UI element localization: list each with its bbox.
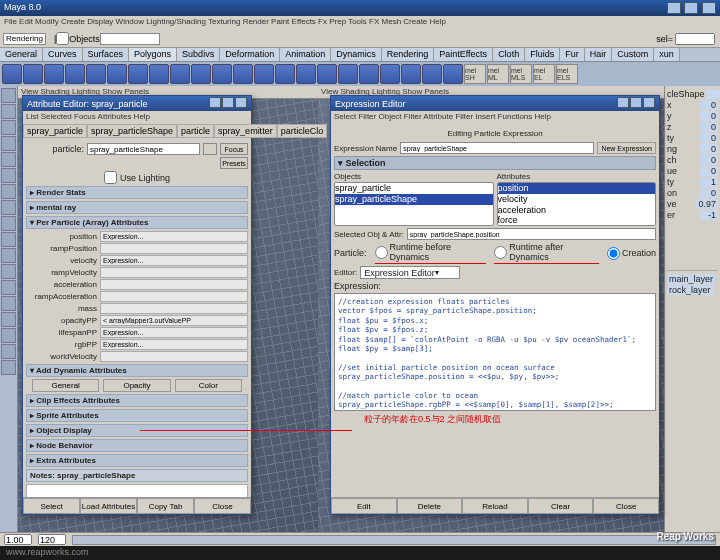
attr-field[interactable] (100, 351, 248, 362)
section-sprite[interactable]: Sprite Attributes (26, 409, 248, 422)
shelf-icon[interactable] (107, 64, 127, 84)
timeline[interactable] (0, 532, 720, 546)
range-end[interactable] (38, 534, 66, 545)
attr-field[interactable] (100, 291, 248, 302)
shelf-tab[interactable]: Deformation (220, 48, 280, 61)
attr-field[interactable] (100, 327, 248, 338)
channel-value[interactable]: 0 (700, 122, 718, 132)
editor-dropdown[interactable]: Expression Editor ▾ (360, 266, 460, 279)
channel-value[interactable]: 0 (700, 100, 718, 110)
attr-field[interactable] (100, 255, 248, 266)
tool-button[interactable] (1, 312, 16, 327)
channel-value[interactable] (705, 89, 720, 99)
tool-button[interactable] (1, 280, 16, 295)
shelf-icon[interactable] (2, 64, 22, 84)
close-icon[interactable] (702, 2, 716, 14)
ae-footer-button[interactable]: Load Attributes (80, 498, 137, 514)
tool-button[interactable] (1, 360, 16, 375)
tool-button[interactable] (1, 104, 16, 119)
shelf-icons[interactable]: mel SHmel MLmel MLSmel ELmel ELS (0, 62, 720, 86)
mel-button[interactable]: mel SH (464, 64, 486, 84)
ae-titlebar[interactable]: Attribute Editor: spray_particle (23, 96, 251, 111)
layer-item[interactable]: rock_layer (667, 285, 713, 295)
attr-field[interactable] (100, 231, 248, 242)
objects-dropdown[interactable] (100, 33, 160, 45)
shelf-tab[interactable]: xun (654, 48, 680, 61)
tool-button[interactable] (1, 248, 16, 263)
shelf-icon[interactable] (254, 64, 274, 84)
shelf-tab[interactable]: Hair (585, 48, 613, 61)
ae-tab[interactable]: particleClo (277, 124, 328, 138)
tool-button[interactable] (1, 168, 16, 183)
close-icon[interactable] (235, 97, 247, 108)
minimize-icon[interactable] (667, 2, 681, 14)
tool-button[interactable] (1, 152, 16, 167)
shelf-tab[interactable]: Curves (43, 48, 83, 61)
ee-footer-button[interactable]: Delete (397, 498, 463, 514)
maximize-icon[interactable] (684, 2, 698, 14)
maximize-icon[interactable] (222, 97, 234, 108)
range-start[interactable] (4, 534, 32, 545)
shelf-tab[interactable]: Fluids (525, 48, 560, 61)
shelf-tab[interactable]: Custom (612, 48, 654, 61)
runtime-before-radio[interactable] (375, 246, 388, 259)
shelf-icon[interactable] (296, 64, 316, 84)
layer-item[interactable]: main_layer (667, 274, 715, 284)
tool-button[interactable] (1, 88, 16, 103)
ae-footer-button[interactable]: Copy Tab (137, 498, 194, 514)
ee-footer-button[interactable]: Close (593, 498, 659, 514)
mel-button[interactable]: mel ML (487, 64, 509, 84)
shelf-icon[interactable] (380, 64, 400, 84)
ee-footer-button[interactable]: Edit (331, 498, 397, 514)
shelf-tab[interactable]: Animation (280, 48, 331, 61)
ee-footer-button[interactable]: Reload (462, 498, 528, 514)
objects-checkbox[interactable] (56, 32, 69, 45)
section-render-stats[interactable]: Render Stats (26, 186, 248, 199)
channel-box[interactable]: cleShapex0y0z0ty0ng0ch0ue0ty1on0ve0.97er… (664, 86, 720, 556)
toolbox[interactable] (0, 86, 18, 556)
shelf-icon[interactable] (65, 64, 85, 84)
tool-button[interactable] (1, 120, 16, 135)
section-add-dynamic[interactable]: Add Dynamic Attributes (26, 364, 248, 377)
shelf-tab[interactable]: Fur (560, 48, 585, 61)
close-icon[interactable] (643, 97, 655, 108)
channel-value[interactable]: 0 (700, 166, 718, 176)
shelf-icon[interactable] (233, 64, 253, 84)
tool-button[interactable] (1, 136, 16, 151)
channel-value[interactable]: 0 (700, 144, 718, 154)
shelf-icon[interactable] (338, 64, 358, 84)
shelf-tab[interactable]: Surfaces (83, 48, 130, 61)
tool-button[interactable] (1, 200, 16, 215)
shelf-icon[interactable] (23, 64, 43, 84)
channel-value[interactable]: 0 (700, 111, 718, 121)
attr-field[interactable] (100, 303, 248, 314)
shelf-icon[interactable] (359, 64, 379, 84)
main-menu[interactable]: File Edit Modify Create Display Window L… (0, 16, 720, 30)
shelf-icon[interactable] (86, 64, 106, 84)
channel-value[interactable]: 1 (700, 177, 718, 187)
new-expression-button[interactable]: New Expression (597, 142, 656, 154)
tool-button[interactable] (1, 216, 16, 231)
shelf-icon[interactable] (401, 64, 421, 84)
tool-button[interactable] (1, 296, 16, 311)
minimize-icon[interactable] (617, 97, 629, 108)
ee-footer-button[interactable]: Clear (528, 498, 594, 514)
shelf-icon[interactable] (275, 64, 295, 84)
shelf-tab[interactable]: Dynamics (331, 48, 382, 61)
browse-icon[interactable] (203, 143, 217, 155)
attr-field[interactable] (100, 243, 248, 254)
tool-button[interactable] (1, 344, 16, 359)
mode-dropdown[interactable]: Rendering (3, 33, 46, 45)
notes-header[interactable]: Notes: spray_particleShape (26, 469, 248, 482)
channel-value[interactable]: 0 (700, 155, 718, 165)
shelf-icon[interactable] (443, 64, 463, 84)
ee-menu[interactable]: Select Filter Object Filter Attribute Fi… (331, 111, 659, 124)
attr-field[interactable] (100, 279, 248, 290)
channel-value[interactable]: -1 (700, 210, 718, 220)
add-dyn-button[interactable]: Color (175, 379, 242, 392)
shelf-icon[interactable] (422, 64, 442, 84)
attr-field[interactable] (100, 339, 248, 350)
sel-obj-attr-field[interactable] (407, 228, 656, 240)
section-per-particle[interactable]: Per Particle (Array) Attributes (26, 216, 248, 229)
shelf-tab[interactable]: Rendering (382, 48, 435, 61)
